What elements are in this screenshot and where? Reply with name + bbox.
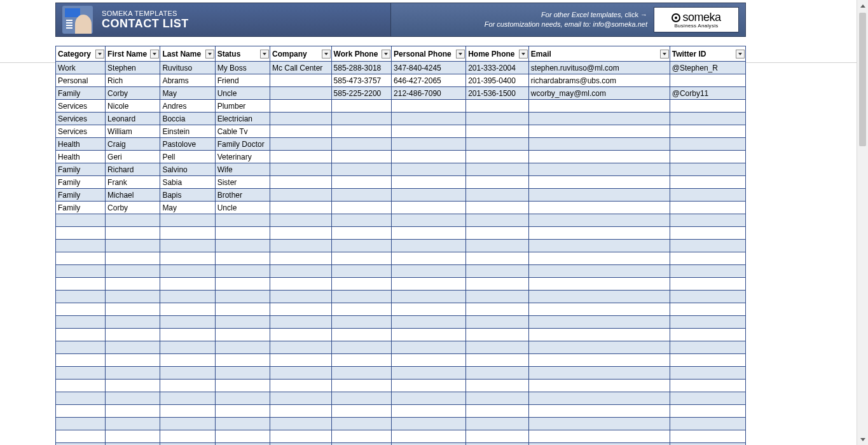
filter-dropdown-icon[interactable] (456, 50, 465, 58)
cell-home_phone[interactable] (466, 329, 529, 341)
scroll-thumb[interactable] (859, 13, 866, 146)
cell-work_phone[interactable] (331, 367, 392, 380)
cell-email[interactable] (528, 430, 670, 443)
cell-work_phone[interactable] (331, 341, 392, 354)
cell-work_phone[interactable] (331, 125, 392, 138)
cell-category[interactable] (56, 443, 106, 446)
cell-work_phone[interactable] (331, 303, 392, 316)
cell-company[interactable] (270, 341, 331, 354)
cell-home_phone[interactable] (466, 316, 529, 329)
cell-company[interactable] (270, 138, 331, 151)
cell-status[interactable] (215, 214, 270, 227)
cell-first_name[interactable]: Craig (106, 138, 160, 151)
cell-email[interactable] (528, 329, 670, 341)
cell-twitter[interactable] (670, 278, 745, 291)
contact-email-link[interactable]: info@someka.net (593, 20, 647, 28)
cell-last_name[interactable] (160, 405, 215, 418)
cell-personal_phone[interactable] (392, 418, 466, 430)
cell-personal_phone[interactable] (392, 367, 466, 380)
cell-home_phone[interactable] (466, 367, 529, 380)
cell-home_phone[interactable] (466, 202, 529, 214)
cell-status[interactable] (215, 291, 270, 303)
filter-dropdown-icon[interactable] (382, 50, 390, 58)
cell-category[interactable]: Family (56, 189, 106, 202)
cell-category[interactable] (56, 405, 106, 418)
cell-company[interactable] (270, 418, 331, 430)
column-header-home_phone[interactable]: Home Phone (466, 46, 529, 62)
cell-work_phone[interactable] (331, 405, 392, 418)
cell-company[interactable] (270, 227, 331, 240)
cell-status[interactable]: Electrician (215, 113, 270, 125)
cell-category[interactable] (56, 303, 106, 316)
cell-company[interactable] (270, 163, 331, 176)
cell-home_phone[interactable] (466, 113, 529, 125)
cell-email[interactable]: stephen.ruvituso@ml.com (528, 62, 670, 74)
cell-home_phone[interactable] (466, 214, 529, 227)
cell-home_phone[interactable] (466, 303, 529, 316)
cell-personal_phone[interactable] (392, 240, 466, 252)
cell-category[interactable] (56, 392, 106, 405)
cell-status[interactable] (215, 367, 270, 380)
cell-status[interactable]: Brother (215, 189, 270, 202)
cell-email[interactable] (528, 278, 670, 291)
cell-email[interactable] (528, 227, 670, 240)
cell-work_phone[interactable] (331, 329, 392, 341)
cell-twitter[interactable] (670, 418, 745, 430)
cell-twitter[interactable] (670, 303, 745, 316)
cell-personal_phone[interactable] (392, 380, 466, 392)
cell-work_phone[interactable] (331, 252, 392, 265)
cell-work_phone[interactable]: 585-225-2200 (331, 87, 392, 100)
cell-work_phone[interactable]: 585-288-3018 (331, 62, 392, 74)
cell-category[interactable]: Health (56, 151, 106, 163)
cell-twitter[interactable] (670, 367, 745, 380)
cell-status[interactable] (215, 278, 270, 291)
cell-category[interactable]: Family (56, 176, 106, 189)
cell-first_name[interactable]: Corby (106, 87, 160, 100)
cell-twitter[interactable] (670, 125, 745, 138)
cell-company[interactable] (270, 316, 331, 329)
scroll-down-button[interactable] (857, 434, 868, 445)
cell-last_name[interactable]: Pell (160, 151, 215, 163)
cell-first_name[interactable]: Rich (106, 74, 160, 87)
cell-first_name[interactable] (106, 405, 160, 418)
cell-work_phone[interactable] (331, 430, 392, 443)
cell-personal_phone[interactable] (392, 252, 466, 265)
cell-twitter[interactable] (670, 392, 745, 405)
cell-work_phone[interactable] (331, 443, 392, 446)
cell-twitter[interactable] (670, 405, 745, 418)
cell-personal_phone[interactable] (392, 265, 466, 278)
cell-first_name[interactable] (106, 291, 160, 303)
cell-home_phone[interactable] (466, 265, 529, 278)
cell-status[interactable] (215, 443, 270, 446)
cell-status[interactable] (215, 405, 270, 418)
cell-twitter[interactable] (670, 291, 745, 303)
filter-dropdown-icon[interactable] (150, 50, 159, 58)
cell-last_name[interactable] (160, 430, 215, 443)
cell-last_name[interactable]: Einstein (160, 125, 215, 138)
cell-status[interactable]: Veterinary (215, 151, 270, 163)
cell-email[interactable] (528, 443, 670, 446)
cell-email[interactable] (528, 303, 670, 316)
cell-last_name[interactable] (160, 316, 215, 329)
cell-category[interactable]: Family (56, 202, 106, 214)
cell-first_name[interactable] (106, 418, 160, 430)
cell-home_phone[interactable] (466, 341, 529, 354)
cell-home_phone[interactable] (466, 392, 529, 405)
cell-first_name[interactable]: Stephen (106, 62, 160, 74)
cell-work_phone[interactable] (331, 418, 392, 430)
cell-status[interactable] (215, 354, 270, 367)
cell-personal_phone[interactable] (392, 291, 466, 303)
cell-status[interactable]: Cable Tv (215, 125, 270, 138)
cell-personal_phone[interactable] (392, 189, 466, 202)
cell-company[interactable]: Mc Call Center (270, 62, 331, 74)
cell-first_name[interactable] (106, 316, 160, 329)
cell-twitter[interactable] (670, 329, 745, 341)
column-header-email[interactable]: Email (528, 46, 670, 62)
column-header-company[interactable]: Company (270, 46, 331, 62)
cell-category[interactable]: Family (56, 163, 106, 176)
cell-twitter[interactable]: @Corby11 (670, 87, 745, 100)
cell-home_phone[interactable] (466, 405, 529, 418)
cell-last_name[interactable] (160, 291, 215, 303)
cell-personal_phone[interactable] (392, 443, 466, 446)
cell-category[interactable]: Personal (56, 74, 106, 87)
